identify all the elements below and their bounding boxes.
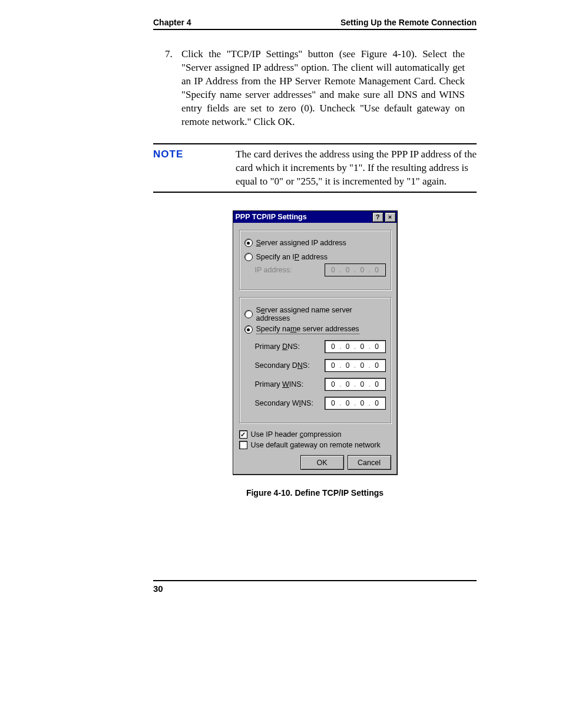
checkbox-icon (239, 441, 247, 449)
radio-server-ip-label: Server assigned IP address (256, 239, 346, 247)
radio-specify-ip-label: Specify an IP address (256, 253, 328, 261)
secondary-wins-label: Secondary WINS: (255, 399, 325, 407)
radio-icon (244, 253, 253, 261)
page-footer: 30 (153, 580, 477, 594)
page-header: Chapter 4 Setting Up the Remote Connecti… (153, 18, 477, 30)
figure-caption: Figure 4-10. Define TCP/IP Settings (153, 488, 477, 498)
chapter-label: Chapter 4 (153, 18, 191, 27)
radio-server-ip[interactable]: Server assigned IP address (244, 239, 386, 247)
step-text: Click the "TCP/IP Settings" button (see … (181, 48, 465, 129)
radio-specify-ns-label: Specify name server addresses (256, 325, 359, 334)
radio-icon (244, 325, 253, 334)
secondary-dns-label: Secondary DNS: (255, 361, 325, 370)
secondary-wins-field[interactable]: 0. 0. 0. 0 (325, 397, 386, 410)
close-icon[interactable]: × (385, 212, 396, 222)
name-server-group: Server assigned name server addresses Sp… (239, 297, 391, 423)
ok-button[interactable]: OK (300, 455, 344, 470)
ip-address-label: IP address: (255, 266, 325, 274)
primary-dns-field[interactable]: 0. 0. 0. 0 (325, 340, 386, 353)
section-label: Setting Up the Remote Connection (340, 18, 477, 27)
radio-server-ns[interactable]: Server assigned name server addresses (244, 306, 386, 322)
page-number: 30 (153, 584, 163, 594)
chk-gateway-label: Use default gateway on remote network (251, 441, 381, 449)
radio-specify-ip[interactable]: Specify an IP address (244, 253, 386, 261)
cancel-button[interactable]: Cancel (348, 455, 391, 470)
primary-wins-field[interactable]: 0. 0. 0. 0 (325, 378, 386, 391)
ppp-tcpip-dialog: PPP TCP/IP Settings ? × Server assigned … (233, 210, 398, 475)
note-text: The card derives the address using the P… (236, 148, 477, 189)
chk-header-compression[interactable]: Use IP header compression (239, 430, 391, 439)
note-label: NOTE (153, 148, 236, 189)
note-block: NOTE The card derives the address using … (153, 143, 477, 193)
radio-icon (244, 310, 253, 318)
step-7: 7. Click the "TCP/IP Settings" button (s… (165, 48, 465, 129)
checkbox-icon (239, 430, 247, 439)
dialog-title: PPP TCP/IP Settings (236, 213, 371, 221)
primary-dns-label: Primary DNS: (255, 342, 325, 351)
chk-default-gateway[interactable]: Use default gateway on remote network (239, 441, 391, 449)
ip-address-field: 0. 0. 0. 0 (325, 263, 386, 276)
secondary-dns-field[interactable]: 0. 0. 0. 0 (325, 359, 386, 372)
chk-compression-label: Use IP header compression (251, 430, 342, 439)
primary-wins-label: Primary WINS: (255, 380, 325, 388)
ip-address-group: Server assigned IP address Specify an IP… (239, 230, 391, 290)
radio-server-ns-label: Server assigned name server addresses (256, 306, 386, 322)
help-icon[interactable]: ? (372, 212, 384, 222)
dialog-titlebar: PPP TCP/IP Settings ? × (233, 211, 397, 223)
radio-specify-ns[interactable]: Specify name server addresses (244, 325, 386, 334)
radio-icon (244, 239, 253, 247)
step-number: 7. (165, 48, 181, 129)
